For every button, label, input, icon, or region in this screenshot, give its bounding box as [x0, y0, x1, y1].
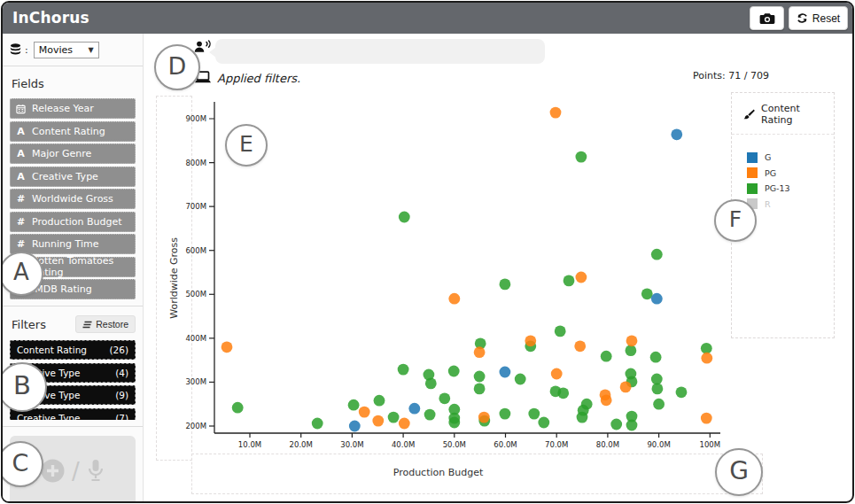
- field-item-release-year[interactable]: Release Year: [10, 98, 136, 119]
- data-point-pg-13[interactable]: [500, 408, 511, 420]
- data-point-pg-13[interactable]: [652, 384, 664, 395]
- data-point-pg[interactable]: [448, 293, 460, 305]
- data-point-pg-13[interactable]: [578, 405, 589, 416]
- restore-button[interactable]: Restore: [75, 315, 136, 333]
- field-item-major-genre[interactable]: AMajor Genre: [10, 143, 136, 164]
- data-point-pg[interactable]: [574, 340, 586, 352]
- dataset-select[interactable]: Movies ▼: [34, 42, 99, 58]
- data-point-pg-13[interactable]: [232, 402, 244, 414]
- data-point-pg-13[interactable]: [374, 395, 385, 407]
- field-item-production-budget[interactable]: #Production Budget: [10, 212, 136, 232]
- data-point-pg-13[interactable]: [448, 404, 460, 415]
- data-point-pg-13[interactable]: [424, 369, 435, 381]
- data-point-pg-13[interactable]: [557, 387, 569, 399]
- filter-chip[interactable]: Content Rating(26): [10, 340, 136, 360]
- legend-item-r[interactable]: R: [747, 197, 834, 213]
- data-point-pg-13[interactable]: [626, 368, 637, 380]
- data-point-pg-13[interactable]: [577, 412, 588, 423]
- data-point-pg-13[interactable]: [581, 399, 593, 410]
- data-point-pg-13[interactable]: [651, 374, 663, 385]
- data-point-pg[interactable]: [474, 346, 486, 358]
- data-point-pg[interactable]: [359, 407, 370, 418]
- data-point-pg[interactable]: [551, 368, 563, 380]
- data-point-pg[interactable]: [601, 394, 612, 406]
- data-point-pg-13[interactable]: [610, 419, 622, 430]
- data-point-pg-13[interactable]: [626, 345, 637, 356]
- data-point-pg-13[interactable]: [424, 409, 436, 421]
- data-point-pg-13[interactable]: [528, 408, 540, 420]
- data-point-pg[interactable]: [525, 335, 536, 346]
- data-point-pg-13[interactable]: [650, 352, 662, 363]
- data-point-pg-13[interactable]: [515, 374, 526, 385]
- data-point-g[interactable]: [408, 403, 420, 415]
- data-point-pg-13[interactable]: [439, 392, 450, 404]
- data-point-g[interactable]: [651, 293, 663, 305]
- data-point-pg-13[interactable]: [478, 415, 490, 427]
- quantitative-icon: #: [16, 238, 26, 250]
- data-point-pg-13[interactable]: [626, 411, 638, 423]
- data-point-pg-13[interactable]: [701, 343, 712, 354]
- data-point-pg-13[interactable]: [448, 366, 460, 377]
- data-point-pg[interactable]: [550, 107, 562, 119]
- x-tick-label: 100M: [700, 440, 721, 449]
- data-point-pg-13[interactable]: [474, 384, 486, 395]
- data-point-pg-13[interactable]: [576, 151, 587, 163]
- x-axis-drop-zone[interactable]: Production Budget: [191, 454, 763, 494]
- data-point-pg-13[interactable]: [641, 288, 653, 299]
- data-point-pg-13[interactable]: [448, 413, 460, 424]
- data-point-pg-13[interactable]: [538, 417, 549, 429]
- data-point-g[interactable]: [500, 367, 511, 378]
- sidebar-divider: [3, 306, 143, 306]
- data-point-pg-13[interactable]: [398, 364, 409, 376]
- field-item-worldwide-gross[interactable]: #Worldwide Gross: [10, 189, 136, 209]
- calendar-icon: [16, 104, 26, 114]
- app-screenshot: InChorus Reset : Movies: [0, 0, 855, 504]
- data-point-pg-13[interactable]: [425, 378, 437, 390]
- legend-item-pg[interactable]: PG: [747, 166, 834, 182]
- data-point-pg[interactable]: [576, 272, 587, 283]
- data-point-pg[interactable]: [222, 341, 233, 353]
- legend-item-g[interactable]: G: [747, 150, 834, 166]
- data-point-pg-13[interactable]: [555, 326, 566, 337]
- data-point-pg-13[interactable]: [348, 399, 360, 411]
- field-item-content-rating[interactable]: AContent Rating: [10, 121, 136, 142]
- x-tick-label: 60.0M: [494, 440, 517, 449]
- data-point-pg-13[interactable]: [676, 386, 688, 398]
- data-point-pg-13[interactable]: [626, 420, 638, 431]
- data-point-pg-13[interactable]: [651, 249, 663, 260]
- reset-button[interactable]: Reset: [789, 6, 848, 30]
- filter-count: (26): [109, 345, 128, 355]
- data-point-pg-13[interactable]: [474, 371, 486, 383]
- data-point-pg-13[interactable]: [312, 418, 323, 430]
- quantitative-icon: #: [16, 193, 26, 205]
- data-point-g[interactable]: [671, 128, 682, 140]
- data-point-pg-13[interactable]: [388, 412, 400, 423]
- legend-item-pg-13[interactable]: PG-13: [747, 181, 834, 197]
- data-point-pg[interactable]: [478, 412, 490, 423]
- data-point-pg[interactable]: [626, 335, 638, 346]
- data-point-pg[interactable]: [701, 353, 712, 364]
- data-point-pg[interactable]: [600, 389, 611, 400]
- data-point-pg-13[interactable]: [653, 399, 665, 410]
- data-point-pg-13[interactable]: [500, 279, 511, 291]
- field-item-running-time[interactable]: #Running Time: [10, 234, 136, 254]
- speech-bubble[interactable]: [215, 39, 545, 64]
- data-point-pg-13[interactable]: [525, 340, 536, 352]
- data-point-pg-13[interactable]: [626, 376, 638, 388]
- data-point-pg-13[interactable]: [448, 417, 460, 429]
- data-point-pg-13[interactable]: [564, 275, 575, 287]
- y-axis-drop-zone[interactable]: Worldwide Gross: [156, 96, 192, 461]
- plus-circle-icon: [41, 459, 65, 483]
- data-point-pg[interactable]: [372, 415, 384, 427]
- field-item-creative-type[interactable]: ACreative Type: [10, 167, 136, 187]
- data-point-g[interactable]: [349, 421, 361, 432]
- data-point-pg[interactable]: [620, 382, 632, 393]
- legend-swatch: [747, 152, 758, 163]
- data-point-pg-13[interactable]: [550, 385, 562, 397]
- data-point-pg[interactable]: [701, 413, 712, 424]
- screenshot-button[interactable]: [750, 6, 784, 30]
- data-point-pg-13[interactable]: [601, 351, 612, 362]
- data-point-pg-13[interactable]: [475, 337, 486, 349]
- data-point-pg[interactable]: [399, 418, 410, 430]
- data-point-pg-13[interactable]: [399, 212, 410, 223]
